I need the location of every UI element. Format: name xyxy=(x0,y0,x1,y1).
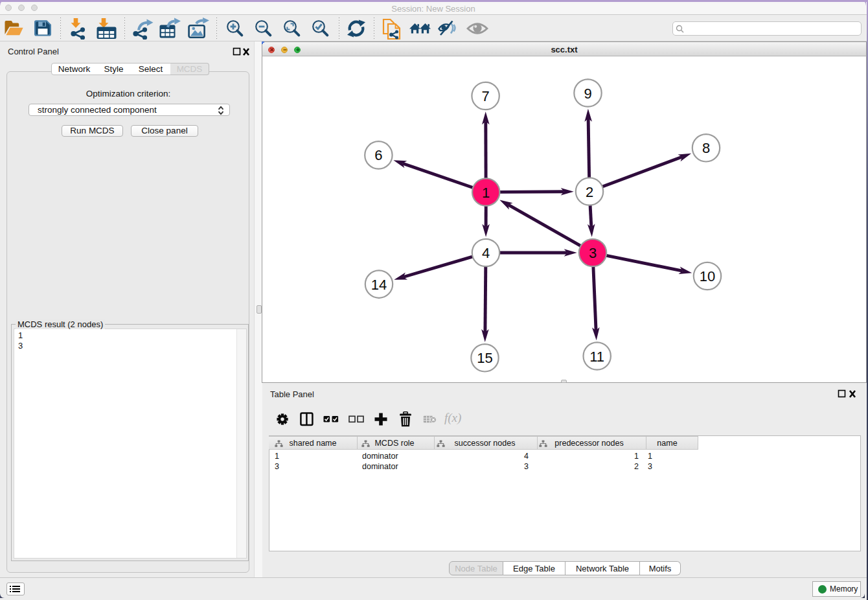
svg-text:6: 6 xyxy=(374,147,382,163)
svg-text:1: 1 xyxy=(482,185,490,201)
svg-text:15: 15 xyxy=(477,350,492,366)
svg-text:11: 11 xyxy=(589,349,604,365)
svg-text:8: 8 xyxy=(702,140,710,156)
svg-text:10: 10 xyxy=(700,268,715,284)
svg-text:3: 3 xyxy=(589,245,597,261)
svg-text:4: 4 xyxy=(482,245,490,261)
svg-text:9: 9 xyxy=(584,86,591,102)
svg-text:7: 7 xyxy=(481,88,489,104)
svg-text:2: 2 xyxy=(586,184,593,200)
svg-text:14: 14 xyxy=(371,277,387,293)
